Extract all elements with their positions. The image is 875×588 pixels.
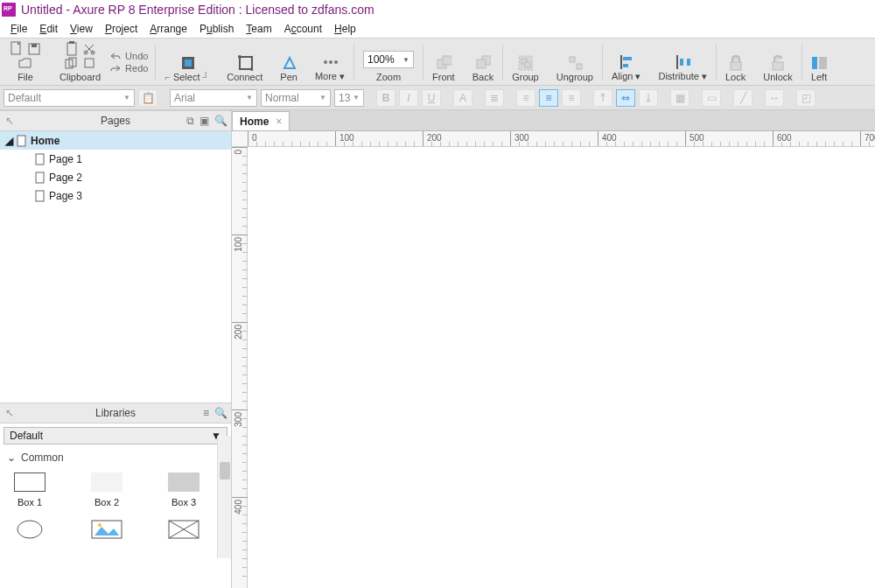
tb-lock[interactable]: Lock <box>717 38 754 85</box>
svg-rect-36 <box>812 57 817 69</box>
pen-icon <box>281 56 297 70</box>
save-icon[interactable] <box>26 42 42 56</box>
svg-rect-37 <box>819 57 827 69</box>
tb-unlock[interactable]: Unlock <box>754 38 802 85</box>
menu-bar: File Edit View Project Arrange Publish T… <box>0 19 875 38</box>
menu-view[interactable]: View <box>65 21 98 37</box>
tb-left[interactable]: Left <box>802 38 836 85</box>
line-style-button[interactable]: ╱ <box>733 89 752 107</box>
valign-bottom-button[interactable]: ⤓ <box>639 89 658 107</box>
page-home[interactable]: ◢ Home <box>0 131 231 150</box>
valign-top-button[interactable]: ⤒ <box>593 89 612 107</box>
page-2[interactable]: Page 2 <box>0 168 231 186</box>
canvas[interactable] <box>248 147 875 588</box>
distribute-icon <box>675 55 690 69</box>
page-3[interactable]: Page 3 <box>0 186 231 205</box>
menu-team[interactable]: Team <box>241 21 276 37</box>
redo-button[interactable]: Redo <box>109 63 148 74</box>
style-copy-button[interactable]: 📋 <box>138 89 158 107</box>
tb-file-group: File <box>0 38 51 85</box>
svg-point-42 <box>18 521 42 538</box>
arrow-button[interactable]: ↔ <box>765 89 784 107</box>
bullets-button[interactable]: ≣ <box>485 89 504 107</box>
menu-project[interactable]: Project <box>100 21 143 37</box>
undo-button[interactable]: Undo <box>109 51 148 61</box>
tb-back[interactable]: Back <box>464 38 502 85</box>
text-color-button[interactable]: A <box>453 89 472 107</box>
add-folder-icon[interactable]: ▣ <box>200 115 209 127</box>
bold-button[interactable]: B <box>376 89 396 107</box>
zoom-combo[interactable]: 100%▼ <box>363 51 414 68</box>
paste-icon[interactable] <box>64 42 80 56</box>
horizontal-ruler: 0100200300400500600700 <box>232 131 875 147</box>
tb-more[interactable]: More ▾ <box>306 38 354 85</box>
add-page-icon[interactable]: ⧉ <box>186 115 194 127</box>
canvas-column: Home × 0100200300400500600700 0100200300… <box>232 110 875 588</box>
tb-connect[interactable]: Connect <box>218 38 271 85</box>
widget-image[interactable] <box>80 520 133 539</box>
widget-box-2[interactable]: Box 2 <box>80 472 133 508</box>
open-icon[interactable] <box>18 56 33 70</box>
valign-middle-button[interactable]: ⇔ <box>616 89 635 107</box>
menu-account[interactable]: Account <box>279 21 327 37</box>
font-combo[interactable]: Arial▼ <box>170 89 257 107</box>
library-selector[interactable]: Default▼ <box>4 427 228 444</box>
tb-front[interactable]: Front <box>424 38 464 85</box>
pages-panel-title: Pages <box>101 115 130 127</box>
search-library-icon[interactable]: 🔍 <box>214 407 228 419</box>
svg-rect-2 <box>32 44 37 47</box>
menu-file[interactable]: File <box>5 21 32 37</box>
svg-rect-35 <box>773 62 783 70</box>
tb-pen[interactable]: Pen <box>271 38 306 85</box>
widget-placeholder[interactable] <box>158 520 210 539</box>
close-tab-icon[interactable]: × <box>276 116 282 128</box>
weight-combo[interactable]: Normal▼ <box>261 89 331 107</box>
library-menu-icon[interactable]: ≡ <box>203 407 209 419</box>
tb-select[interactable]: ⌐ Select ┘ <box>156 38 218 85</box>
copy-icon[interactable] <box>64 56 80 70</box>
svg-rect-24 <box>525 62 530 67</box>
page-label: Page 3 <box>49 190 82 202</box>
page-icon <box>35 153 46 165</box>
tb-distribute[interactable]: Distribute ▾ <box>649 38 716 85</box>
tb-group-btn[interactable]: Group <box>503 38 548 85</box>
svg-rect-32 <box>687 59 690 66</box>
search-pages-icon[interactable]: 🔍 <box>214 115 228 127</box>
svg-point-44 <box>98 523 102 527</box>
widget-ellipse[interactable] <box>4 520 56 539</box>
line-color-button[interactable]: ▭ <box>702 89 721 107</box>
tb-align[interactable]: Align ▾ <box>603 38 650 85</box>
menu-publish[interactable]: Publish <box>194 21 239 37</box>
widget-box-3[interactable]: Box 3 <box>158 472 210 508</box>
svg-rect-34 <box>731 62 741 70</box>
align-center-button[interactable]: ≡ <box>539 89 558 107</box>
menu-help[interactable]: Help <box>329 21 361 37</box>
underline-button[interactable]: U <box>422 89 441 107</box>
paste-special-icon[interactable] <box>81 56 97 70</box>
italic-button[interactable]: I <box>399 89 418 107</box>
svg-rect-40 <box>36 172 44 183</box>
canvas-tab-home[interactable]: Home × <box>232 111 290 130</box>
svg-point-15 <box>324 60 327 64</box>
page-1[interactable]: Page 1 <box>0 150 231 168</box>
library-section-common[interactable]: ⌄Common <box>0 448 231 467</box>
connect-icon <box>237 56 253 70</box>
collapse-icon[interactable]: ↖ <box>5 115 14 127</box>
corner-button[interactable]: ◰ <box>796 89 816 107</box>
svg-rect-21 <box>477 60 486 68</box>
new-file-icon[interactable] <box>9 42 24 56</box>
expand-icon[interactable]: ◢ <box>5 135 13 147</box>
menu-edit[interactable]: Edit <box>34 21 63 37</box>
align-right-button[interactable]: ≡ <box>562 89 581 107</box>
size-combo[interactable]: 13▼ <box>334 89 364 107</box>
lock-icon <box>728 56 744 70</box>
fill-button[interactable]: ▦ <box>670 89 690 107</box>
collapse-icon[interactable]: ↖ <box>5 407 14 419</box>
cut-icon[interactable] <box>81 42 97 56</box>
library-scrollbar[interactable] <box>217 436 231 558</box>
widget-box-1[interactable]: Box 1 <box>4 472 56 508</box>
align-left-button[interactable]: ≡ <box>516 89 536 107</box>
style-combo[interactable]: Default▼ <box>4 89 135 107</box>
tb-ungroup[interactable]: Ungroup <box>548 38 602 85</box>
menu-arrange[interactable]: Arrange <box>144 21 192 37</box>
